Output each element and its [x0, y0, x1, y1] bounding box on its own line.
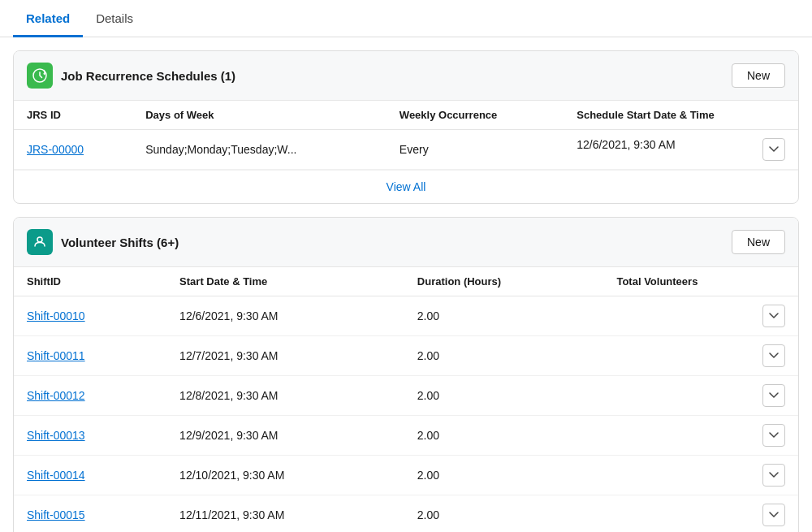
- table-row: Shift-00010 12/6/2021, 9:30 AM 2.00: [14, 296, 798, 336]
- job-recurrence-header: Job Recurrence Schedules (1) New: [14, 51, 798, 101]
- shift-id-link[interactable]: Shift-00014: [27, 469, 85, 482]
- shift-id-link[interactable]: Shift-00010: [27, 309, 85, 322]
- table-row: JRS-00000 Sunday;Monday;Tuesday;W... Eve…: [14, 130, 798, 170]
- volunteer-icon: [27, 229, 53, 255]
- weekly-occurrence-cell: Every: [387, 130, 564, 170]
- shift-id-link[interactable]: Shift-00011: [27, 349, 85, 362]
- schedule-start-cell: 12/6/2021, 9:30 AM: [564, 130, 798, 170]
- tabs-container: Related Details: [0, 0, 812, 37]
- svg-point-1: [37, 237, 42, 242]
- jrs-id-link[interactable]: JRS-00000: [27, 143, 84, 156]
- start-date-cell: 12/8/2021, 9:30 AM: [166, 376, 404, 416]
- col-duration: Duration (Hours): [404, 267, 604, 296]
- main-content: Job Recurrence Schedules (1) New JRS ID …: [0, 37, 812, 532]
- shift-id-link[interactable]: Shift-00013: [27, 429, 85, 442]
- duration-cell: 2.00: [404, 296, 604, 336]
- duration-cell: 2.00: [404, 336, 604, 376]
- volunteer-shifts-title: Volunteer Shifts (6+): [61, 236, 179, 249]
- job-recurrence-view-all-row: View All: [14, 170, 798, 203]
- col-shift-id: ShiftID: [14, 267, 166, 296]
- volunteer-shifts-new-button[interactable]: New: [732, 230, 785, 254]
- row-dropdown-button[interactable]: [762, 305, 785, 327]
- table-row: Shift-00014 12/10/2021, 9:30 AM 2.00: [14, 456, 798, 495]
- table-row: Shift-00012 12/8/2021, 9:30 AM 2.00: [14, 376, 798, 416]
- col-schedule-start: Schedule Start Date & Time: [564, 101, 798, 130]
- job-recurrence-table: JRS ID Days of Week Weekly Occurrence Sc…: [14, 101, 798, 170]
- total-volunteers-cell: [603, 456, 798, 495]
- tab-details[interactable]: Details: [83, 0, 146, 37]
- total-volunteers-cell: [603, 416, 798, 456]
- total-volunteers-cell: [603, 336, 798, 376]
- duration-cell: 2.00: [404, 495, 604, 533]
- start-date-cell: 12/6/2021, 9:30 AM: [166, 296, 404, 336]
- row-dropdown-button[interactable]: [762, 464, 785, 487]
- duration-cell: 2.00: [404, 456, 604, 495]
- volunteer-shifts-table: ShiftID Start Date & Time Duration (Hour…: [14, 267, 798, 532]
- job-recurrence-title: Job Recurrence Schedules (1): [61, 69, 235, 83]
- volunteer-shifts-header: Volunteer Shifts (6+) New: [14, 218, 798, 267]
- job-recurrence-view-all-link[interactable]: View All: [387, 180, 426, 193]
- recurrence-icon: [27, 63, 53, 89]
- shift-id-link[interactable]: Shift-00012: [27, 389, 85, 402]
- start-date-cell: 12/11/2021, 9:30 AM: [166, 495, 404, 533]
- col-weekly-occurrence: Weekly Occurrence: [387, 101, 564, 130]
- shift-id-link[interactable]: Shift-00015: [27, 508, 85, 521]
- job-recurrence-card: Job Recurrence Schedules (1) New JRS ID …: [13, 50, 799, 204]
- row-dropdown-button[interactable]: [762, 344, 785, 367]
- shift-id-cell: Shift-00012: [14, 376, 166, 416]
- start-date-cell: 12/10/2021, 9:30 AM: [166, 456, 404, 495]
- row-dropdown-button[interactable]: [762, 424, 785, 447]
- shift-id-cell: Shift-00010: [14, 296, 166, 336]
- total-volunteers-cell: [603, 376, 798, 416]
- shift-id-cell: Shift-00011: [14, 336, 166, 376]
- row-dropdown-button[interactable]: [762, 384, 785, 407]
- shift-id-cell: Shift-00015: [14, 495, 166, 533]
- days-of-week-cell: Sunday;Monday;Tuesday;W...: [132, 130, 387, 170]
- shift-id-cell: Shift-00014: [14, 456, 166, 495]
- jrs-id-cell: JRS-00000: [14, 130, 132, 170]
- total-volunteers-cell: [603, 296, 798, 336]
- duration-cell: 2.00: [404, 416, 604, 456]
- col-days-of-week: Days of Week: [132, 101, 387, 130]
- start-date-cell: 12/7/2021, 9:30 AM: [166, 336, 404, 376]
- table-row: Shift-00013 12/9/2021, 9:30 AM 2.00: [14, 416, 798, 456]
- row-dropdown-button[interactable]: [762, 504, 785, 526]
- row-dropdown-button[interactable]: [762, 138, 785, 161]
- tab-related[interactable]: Related: [13, 0, 83, 37]
- volunteer-shifts-card: Volunteer Shifts (6+) New ShiftID Start …: [13, 217, 799, 532]
- col-jrs-id: JRS ID: [14, 101, 132, 130]
- total-volunteers-cell: [603, 495, 798, 533]
- table-row: Shift-00011 12/7/2021, 9:30 AM 2.00: [14, 336, 798, 376]
- shift-id-cell: Shift-00013: [14, 416, 166, 456]
- col-start-date: Start Date & Time: [166, 267, 404, 296]
- job-recurrence-new-button[interactable]: New: [732, 63, 785, 88]
- duration-cell: 2.00: [404, 376, 604, 416]
- table-row: Shift-00015 12/11/2021, 9:30 AM 2.00: [14, 495, 798, 533]
- col-total-volunteers: Total Volunteers: [603, 267, 798, 296]
- start-date-cell: 12/9/2021, 9:30 AM: [166, 416, 404, 456]
